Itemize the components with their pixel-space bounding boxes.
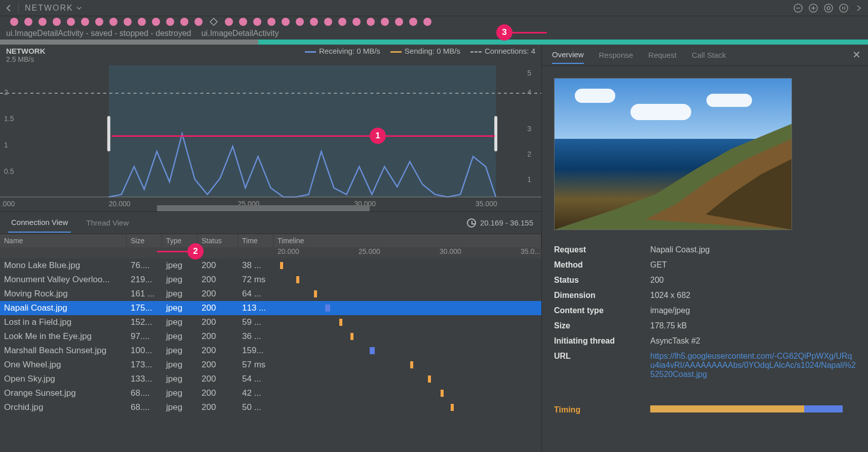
cell-status: 200 bbox=[198, 303, 238, 313]
table-row[interactable]: Marshall Beach Sunset.jpg100...jpeg20015… bbox=[0, 344, 541, 358]
top-toolbar: NETWORK bbox=[0, 0, 868, 16]
cell-time: 113 ... bbox=[238, 303, 273, 313]
zoom-out-button[interactable] bbox=[792, 2, 804, 14]
event-dot bbox=[10, 18, 18, 26]
right-tick: 5 bbox=[527, 69, 531, 77]
table-row[interactable]: Moving Rock.jpg161 ...jpeg20064 ... bbox=[0, 287, 541, 301]
timing-bar bbox=[650, 405, 856, 415]
table-row[interactable]: Lost in a Field.jpg152...jpeg20059 ... bbox=[0, 315, 541, 329]
cell-name: One Wheel.jpg bbox=[0, 360, 127, 370]
event-dot bbox=[253, 18, 261, 26]
cell-timeline bbox=[273, 344, 541, 358]
event-dot bbox=[38, 18, 47, 26]
cell-size: 152... bbox=[127, 317, 162, 327]
col-size[interactable]: Size bbox=[127, 234, 162, 247]
label-size: Size bbox=[554, 321, 650, 330]
table-row[interactable]: Monument Valley Overloo...219...jpeg2007… bbox=[0, 273, 541, 287]
table-row[interactable]: Orange Sunset.jpg68....jpeg20042 ... bbox=[0, 386, 541, 400]
tab-response[interactable]: Response bbox=[599, 47, 634, 63]
reset-zoom-button[interactable] bbox=[822, 2, 835, 14]
profiler-title[interactable]: NETWORK bbox=[22, 4, 85, 13]
event-dot bbox=[152, 18, 160, 26]
timeline-tick: 30.000 bbox=[440, 247, 521, 258]
cell-size: 173... bbox=[127, 360, 162, 370]
chart-horizontal-scrollbar[interactable] bbox=[157, 205, 370, 211]
cell-time: 38 ... bbox=[238, 260, 273, 271]
back-button[interactable] bbox=[3, 2, 15, 14]
network-chart[interactable]: NETWORK Receiving: 0 MB/s Sending: 0 MB/… bbox=[0, 45, 541, 212]
cell-size: 97.... bbox=[127, 331, 162, 342]
label-thread: Initiating thread bbox=[554, 336, 650, 346]
tab-overview[interactable]: Overview bbox=[552, 46, 584, 64]
col-timeline[interactable]: Timeline bbox=[273, 234, 541, 247]
connection-view-header: Connection View Thread View 20.169 - 36.… bbox=[0, 212, 541, 234]
event-dot bbox=[395, 18, 403, 26]
activity-bar-stopped bbox=[0, 40, 258, 45]
table-row[interactable]: Orchid.jpg68....jpeg20050 ... bbox=[0, 400, 541, 415]
profiler-title-label: NETWORK bbox=[25, 4, 73, 13]
timeline-bar bbox=[296, 276, 299, 283]
cell-name: Marshall Beach Sunset.jpg bbox=[0, 346, 127, 356]
right-tick: 2 bbox=[527, 150, 531, 158]
timeline-bar bbox=[314, 290, 317, 297]
timeline-bar bbox=[280, 262, 283, 269]
zoom-in-button[interactable] bbox=[807, 2, 819, 14]
cell-timeline bbox=[273, 386, 541, 400]
cell-timeline bbox=[273, 372, 541, 386]
cell-timeline bbox=[273, 358, 541, 372]
pause-button[interactable] bbox=[838, 2, 850, 14]
cell-timeline bbox=[273, 400, 541, 415]
selection-handle-right bbox=[494, 116, 497, 152]
go-live-button[interactable] bbox=[853, 2, 865, 14]
label-method: Method bbox=[554, 260, 650, 270]
event-dot bbox=[296, 18, 304, 26]
legend-receiving: Receiving: 0 MB/s bbox=[319, 47, 380, 55]
cell-time: 159... bbox=[238, 346, 273, 356]
cell-name: Lost in a Field.jpg bbox=[0, 317, 127, 327]
tab-callstack[interactable]: Call Stack bbox=[692, 47, 726, 63]
svg-point-7 bbox=[840, 4, 848, 12]
table-row[interactable]: Look Me in the Eye.jpg97....jpeg20036 ..… bbox=[0, 329, 541, 344]
svg-point-6 bbox=[827, 7, 830, 10]
cell-name: Look Me in the Eye.jpg bbox=[0, 331, 127, 342]
cell-name: Monument Valley Overloo... bbox=[0, 275, 127, 285]
label-request: Request bbox=[554, 245, 650, 254]
value-method: GET bbox=[650, 260, 856, 270]
table-row[interactable]: One Wheel.jpg173...jpeg20057 ms bbox=[0, 358, 541, 372]
rotate-icon bbox=[209, 17, 218, 26]
event-dot bbox=[282, 18, 290, 26]
cell-time: 72 ms bbox=[238, 275, 273, 285]
x-tick: .000 bbox=[1, 200, 15, 207]
cell-timeline bbox=[273, 301, 541, 315]
cell-timeline bbox=[273, 287, 541, 301]
timeline-bar bbox=[451, 404, 454, 411]
event-dot bbox=[338, 18, 346, 26]
cell-name: Orange Sunset.jpg bbox=[0, 388, 127, 398]
chart-yaxis-label: 2.5 MB/s bbox=[0, 55, 541, 63]
table-row[interactable]: Open Sky.jpg133...jpeg20054 ... bbox=[0, 372, 541, 386]
table-row[interactable]: Mono Lake Blue.jpg76....jpeg20038 ... bbox=[0, 258, 541, 273]
x-tick: 35.000 bbox=[476, 200, 497, 207]
col-name[interactable]: Name bbox=[0, 234, 127, 247]
tab-thread-view[interactable]: Thread View bbox=[83, 213, 132, 232]
activity-bar-row bbox=[0, 40, 868, 45]
event-dot bbox=[225, 18, 233, 26]
value-url[interactable]: https://lh5.googleusercontent.com/-CG62Q… bbox=[650, 352, 856, 379]
cell-size: 68.... bbox=[127, 402, 162, 412]
time-range-label: 20.169 - 36.155 bbox=[480, 218, 533, 227]
tab-request[interactable]: Request bbox=[648, 47, 677, 63]
cell-type: jpeg bbox=[162, 303, 198, 313]
tab-connection-view[interactable]: Connection View bbox=[8, 213, 71, 233]
close-details-button[interactable]: ✕ bbox=[852, 49, 861, 61]
col-time[interactable]: Time bbox=[238, 234, 273, 247]
timeline-bar bbox=[428, 375, 431, 383]
callout-3: 3 bbox=[496, 24, 512, 41]
col-status[interactable]: Status bbox=[198, 234, 238, 247]
right-tick: 3 bbox=[527, 125, 531, 133]
table-row[interactable]: Napali Coast.jpg175...jpeg200113 ... bbox=[0, 301, 541, 315]
cell-status: 200 bbox=[198, 289, 238, 299]
event-dot bbox=[180, 18, 188, 26]
connection-table: Name Size Type Status Time Timeline 20.0… bbox=[0, 234, 541, 452]
x-tick: 20.000 bbox=[109, 200, 131, 207]
cell-type: jpeg bbox=[162, 346, 198, 356]
